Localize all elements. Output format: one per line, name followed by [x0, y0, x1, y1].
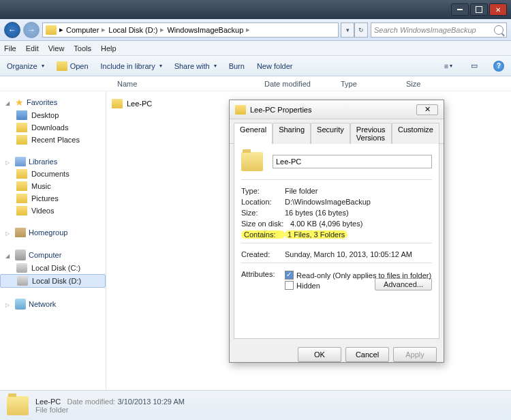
address-bar[interactable]: ▸ Computer▸ Local Disk (D:)▸ WindowsImag…: [42, 22, 339, 38]
value-contains: 1 Files, 3 Folders: [285, 230, 347, 239]
folder-icon: [57, 61, 67, 71]
address-dropdown-button[interactable]: ▾: [341, 22, 354, 38]
new-folder-button[interactable]: New folder: [257, 62, 293, 70]
folder-large-icon: [241, 152, 263, 171]
tab-sharing[interactable]: Sharing: [273, 123, 311, 144]
sidebar-item-downloads[interactable]: Downloads: [0, 121, 106, 134]
chevron-right-icon: ▸: [246, 25, 250, 34]
breadcrumb-folder[interactable]: WindowsImageBackup▸: [167, 25, 250, 34]
column-size[interactable]: Size: [401, 80, 426, 88]
sidebar-item-recent[interactable]: Recent Places: [0, 134, 106, 146]
tab-previous-versions[interactable]: Previous Versions: [350, 123, 392, 144]
sidebar-network[interactable]: Network: [0, 297, 106, 311]
back-button[interactable]: ←: [4, 22, 20, 38]
homegroup-icon: [15, 228, 26, 237]
chevron-right-icon: ▸: [102, 25, 106, 34]
label-location: Location:: [241, 198, 285, 206]
preview-pane-button[interactable]: ▭: [467, 59, 481, 73]
tab-general[interactable]: General: [234, 123, 273, 144]
sidebar-item-pictures[interactable]: Pictures: [0, 192, 106, 205]
videos-icon: [16, 206, 27, 215]
network-icon: [15, 299, 26, 310]
sidebar-item-music[interactable]: Music: [0, 180, 106, 192]
tab-customize[interactable]: Customize: [392, 123, 439, 144]
label-attributes: Attributes:: [241, 270, 285, 290]
sidebar-item-desktop[interactable]: Desktop: [0, 109, 106, 121]
sidebar-item-videos[interactable]: Videos: [0, 205, 106, 217]
dialog-body: Type:File folder Location:D:\WindowsImag…: [234, 144, 439, 339]
column-type[interactable]: Type: [335, 80, 401, 88]
value-location: D:\WindowsImageBackup: [285, 198, 432, 206]
maximize-button[interactable]: [470, 3, 488, 16]
label-size-on-disk: Size on disk:: [241, 220, 290, 228]
open-button[interactable]: Open: [57, 61, 89, 71]
value-size-on-disk: 4.00 KB (4,096 bytes): [290, 220, 432, 228]
include-library-button[interactable]: Include in library: [101, 62, 162, 70]
nav-bar: ← → ▸ Computer▸ Local Disk (D:)▸ Windows…: [0, 19, 511, 41]
disk-icon: [17, 276, 28, 286]
folder-name-input[interactable]: [273, 155, 432, 168]
menu-file[interactable]: File: [4, 44, 16, 52]
sidebar-libraries[interactable]: Libraries: [0, 155, 106, 168]
folder-icon: [16, 123, 27, 132]
cancel-button[interactable]: Cancel: [345, 347, 389, 362]
column-header-row: Name Date modified Type Size: [0, 76, 511, 91]
ok-button[interactable]: OK: [298, 347, 341, 362]
hidden-label: Hidden: [296, 282, 320, 290]
label-type: Type:: [241, 187, 285, 195]
menu-tools[interactable]: Tools: [74, 44, 91, 52]
status-type: File folder: [35, 406, 185, 414]
label-size: Size:: [241, 209, 285, 217]
column-date[interactable]: Date modified: [259, 80, 335, 88]
sidebar-item-documents[interactable]: Documents: [0, 168, 106, 180]
view-mode-button[interactable]: ≡: [442, 59, 455, 73]
star-icon: ★: [15, 97, 24, 108]
status-bar: Lee-PC Date modified: 3/10/2013 10:29 AM…: [0, 390, 511, 420]
organize-button[interactable]: Organize: [7, 62, 44, 70]
column-name[interactable]: Name: [112, 80, 259, 88]
sidebar-item-locald[interactable]: Local Disk (D:): [0, 274, 106, 288]
sidebar-homegroup[interactable]: Homegroup: [0, 226, 106, 239]
value-size: 16 bytes (16 bytes): [285, 209, 432, 217]
sidebar-computer[interactable]: Computer: [0, 248, 106, 262]
sidebar-item-localc[interactable]: Local Disk (C:): [0, 262, 106, 274]
music-icon: [16, 181, 27, 191]
folder-icon: [46, 25, 57, 35]
folder-icon: [16, 135, 27, 145]
properties-dialog: Lee-PC Properties ✕ General Sharing Secu…: [229, 100, 444, 363]
dialog-close-button[interactable]: ✕: [416, 104, 438, 115]
status-date: 3/10/2013 10:29 AM: [117, 397, 184, 406]
refresh-button[interactable]: ↻: [354, 22, 368, 38]
folder-large-icon: [7, 396, 29, 415]
value-created: Sunday, March 10, 2013, 10:05:12 AM: [285, 250, 432, 258]
folder-icon: [235, 105, 246, 115]
search-icon: [494, 25, 504, 35]
search-input[interactable]: Search WindowsImageBackup: [371, 22, 507, 38]
advanced-button[interactable]: Advanced...: [375, 278, 432, 290]
hidden-checkbox[interactable]: [285, 281, 294, 290]
documents-icon: [16, 169, 27, 179]
minimize-button[interactable]: [451, 3, 469, 16]
apply-button[interactable]: Apply: [393, 347, 437, 362]
sidebar-favorites[interactable]: ★Favorites: [0, 95, 106, 109]
menu-help[interactable]: Help: [101, 44, 117, 52]
forward-button[interactable]: →: [23, 22, 40, 38]
tab-security[interactable]: Security: [311, 123, 350, 144]
menu-edit[interactable]: Edit: [26, 44, 39, 52]
status-date-label: Date modified:: [67, 397, 115, 406]
menu-view[interactable]: View: [48, 44, 65, 52]
library-icon: [15, 157, 26, 166]
share-with-button[interactable]: Share with: [174, 62, 217, 70]
dialog-titlebar[interactable]: Lee-PC Properties ✕: [230, 100, 444, 119]
help-button[interactable]: ?: [493, 61, 504, 72]
nav-sidebar: ★Favorites Desktop Downloads Recent Plac…: [0, 91, 106, 402]
chevron-right-icon[interactable]: ▸: [59, 25, 63, 34]
window-titlebar: [0, 0, 511, 19]
readonly-checkbox[interactable]: [285, 271, 294, 280]
folder-icon: [112, 99, 123, 108]
breadcrumb-computer[interactable]: Computer▸: [66, 25, 106, 34]
label-created: Created:: [241, 250, 285, 258]
burn-button[interactable]: Burn: [229, 62, 245, 70]
breadcrumb-drive[interactable]: Local Disk (D:)▸: [108, 25, 164, 34]
close-button[interactable]: [489, 3, 507, 16]
